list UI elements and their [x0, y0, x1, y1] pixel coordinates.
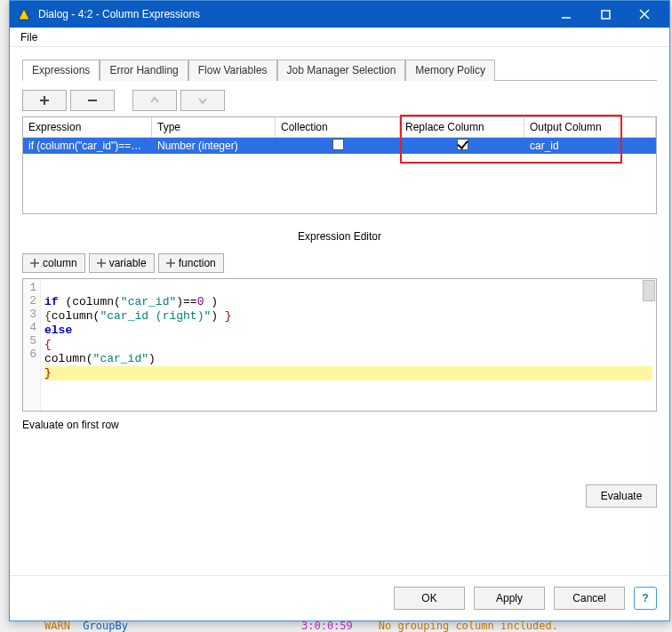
- cancel-button[interactable]: Cancel: [554, 587, 625, 610]
- table-row[interactable]: if (column("car_id")==0 ){... Number (in…: [23, 138, 656, 154]
- arrow-down-icon: [197, 95, 208, 106]
- remove-expression-button[interactable]: [70, 90, 115, 111]
- insert-column-button[interactable]: column: [22, 253, 85, 273]
- svg-rect-2: [602, 11, 610, 19]
- plus-icon: [30, 259, 39, 268]
- cell-replace-column[interactable]: [400, 137, 524, 155]
- col-header-output-column[interactable]: Output Column: [524, 117, 620, 138]
- close-button[interactable]: [625, 1, 664, 28]
- tab-error-handling[interactable]: Error Handling: [100, 60, 188, 81]
- window-title: Dialog - 4:2 - Column Expressions: [38, 8, 547, 20]
- dialog-content: Expressions Error Handling Flow Variable…: [10, 47, 669, 575]
- col-header-type[interactable]: Type: [152, 117, 276, 138]
- collection-checkbox[interactable]: [332, 139, 344, 150]
- menu-file[interactable]: File: [15, 29, 43, 45]
- close-icon: [639, 9, 650, 20]
- cell-output-column[interactable]: car_id: [524, 138, 620, 154]
- svg-marker-0: [19, 9, 29, 20]
- plus-icon: [97, 259, 106, 268]
- minus-icon: [87, 95, 98, 106]
- tab-flow-variables[interactable]: Flow Variables: [188, 60, 277, 81]
- replace-column-checkbox[interactable]: [457, 139, 468, 150]
- apply-button[interactable]: Apply: [474, 587, 545, 610]
- expression-editor-title: Expression Editor: [22, 230, 657, 243]
- ok-button[interactable]: OK: [394, 587, 465, 610]
- move-down-button[interactable]: [180, 90, 225, 111]
- tab-memory-policy[interactable]: Memory Policy: [405, 60, 495, 81]
- editor-insert-buttons: column variable function: [22, 253, 657, 273]
- console-log-line: WARN GroupBy 3:0:0:59 No grouping column…: [44, 620, 672, 632]
- app-icon: [17, 7, 31, 21]
- col-header-pad: [620, 117, 656, 138]
- tab-job-manager[interactable]: Job Manager Selection: [277, 60, 406, 81]
- editor-scrollbar[interactable]: [643, 280, 655, 301]
- help-button[interactable]: ?: [634, 587, 657, 610]
- table-header: Expression Type Collection Replace Colum…: [23, 117, 656, 138]
- plus-icon: [39, 95, 50, 106]
- insert-variable-button[interactable]: variable: [89, 253, 155, 273]
- plus-icon: [166, 259, 175, 268]
- evaluate-label: Evaluate on first row: [22, 419, 657, 431]
- code-area[interactable]: if (column("car_id")==0 ) {column("car_i…: [41, 279, 656, 411]
- maximize-button[interactable]: [586, 1, 625, 28]
- maximize-icon: [601, 10, 611, 20]
- arrow-up-icon: [149, 95, 160, 106]
- expression-table: Expression Type Collection Replace Colum…: [22, 116, 657, 214]
- insert-function-button[interactable]: function: [158, 253, 224, 273]
- col-header-replace-column[interactable]: Replace Column: [400, 117, 524, 138]
- move-up-button[interactable]: [132, 90, 177, 111]
- titlebar: Dialog - 4:2 - Column Expressions: [10, 1, 669, 28]
- minimize-icon: [561, 9, 572, 20]
- dialog-button-bar: OK Apply Cancel ?: [10, 575, 669, 620]
- expression-toolbar: [22, 90, 657, 111]
- add-expression-button[interactable]: [22, 90, 67, 111]
- cell-type[interactable]: Number (integer): [152, 138, 276, 154]
- evaluate-button[interactable]: Evaluate: [586, 484, 657, 508]
- tab-expressions[interactable]: Expressions: [22, 60, 100, 81]
- cell-expression[interactable]: if (column("car_id")==0 ){...: [23, 138, 152, 154]
- code-editor[interactable]: 1 2 3 4 5 6 if (column("car_id")==0 ) {c…: [22, 278, 657, 412]
- col-header-expression[interactable]: Expression: [23, 117, 152, 138]
- line-gutter: 1 2 3 4 5 6: [23, 279, 41, 411]
- minimize-button[interactable]: [547, 1, 586, 28]
- menubar: File: [10, 28, 669, 47]
- dialog-window: Dialog - 4:2 - Column Expressions File E…: [9, 0, 670, 621]
- tab-strip: Expressions Error Handling Flow Variable…: [22, 60, 657, 81]
- col-header-collection[interactable]: Collection: [276, 117, 400, 138]
- cell-collection[interactable]: [276, 137, 400, 155]
